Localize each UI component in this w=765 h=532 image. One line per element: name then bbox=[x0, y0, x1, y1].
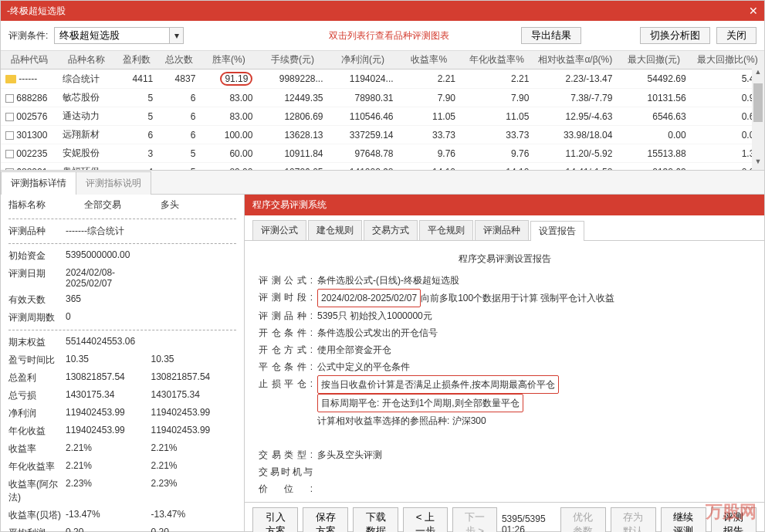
metric-row: 有效天数365 bbox=[1, 291, 244, 309]
metric-row: 总盈利130821857.54130821857.54 bbox=[1, 369, 244, 387]
col-header[interactable]: 最大回撤比(%) bbox=[691, 51, 764, 69]
metric-row: 收益率2.21%2.21% bbox=[1, 440, 244, 458]
rp-tab[interactable]: 平仓规则 bbox=[419, 220, 473, 240]
table-row[interactable]: ------综合统计4411483791.199989228...1194024… bbox=[1, 69, 764, 89]
report-line bbox=[259, 429, 750, 446]
report-line: 计算相对收益率选择的参照品种: 沪深300 bbox=[259, 412, 750, 429]
rp-tab[interactable]: 建仓规则 bbox=[308, 220, 362, 240]
report-line: 交易类型:多头及空头评测 bbox=[259, 446, 750, 463]
title-bar: -终极超短选股 ✕ bbox=[1, 1, 764, 21]
lh-long: 多头 bbox=[161, 198, 236, 212]
table-row[interactable]: 301300远翔新材66100.0013628.13337259.1433.73… bbox=[1, 126, 764, 144]
col-header[interactable]: 盈利数 bbox=[115, 51, 157, 69]
metric-row: 收益率(阿尔法)2.23%2.23% bbox=[1, 476, 244, 507]
metric-row: 评测周期数0 bbox=[1, 309, 244, 327]
table-row[interactable]: 688021奥福环保4580.0010726.05141002.9814.101… bbox=[1, 163, 764, 171]
report-line: 平仓条件:公式中定义的平仓条件 bbox=[259, 358, 750, 375]
col-header[interactable]: 总次数 bbox=[157, 51, 200, 69]
metric-row: 盈亏时间比10.3510.35 bbox=[1, 351, 244, 369]
save-button[interactable]: 保存方案 bbox=[303, 507, 348, 532]
status-text: 5395/5395 01:26 bbox=[502, 513, 551, 532]
chevron-down-icon[interactable]: ▾ bbox=[170, 27, 184, 44]
metric-row: 期末权益55144024553.06 bbox=[1, 334, 244, 351]
close-icon[interactable]: ✕ bbox=[749, 5, 758, 17]
metric-row: 总亏损1430175.341430175.34 bbox=[1, 387, 244, 405]
box-icon bbox=[5, 150, 14, 158]
rp-heading: 程序交易评测设置报告 bbox=[259, 250, 750, 267]
report-line: 评测时段:2024/02/08-2025/02/07向前多取100个数据用于计算… bbox=[259, 289, 750, 307]
metric-row: 净利润119402453.99119402453.99 bbox=[1, 405, 244, 422]
col-header[interactable]: 收益率% bbox=[398, 51, 460, 69]
switch-chart-button[interactable]: 切换分析图 bbox=[640, 27, 710, 44]
import-button[interactable]: 引入方案 bbox=[252, 507, 298, 532]
col-header[interactable]: 年化收益率% bbox=[460, 51, 533, 69]
scroll-up-icon[interactable]: ▲ bbox=[752, 68, 764, 80]
download-button[interactable]: 下载数据 bbox=[353, 507, 398, 532]
box-icon bbox=[5, 94, 14, 103]
report-button[interactable]: 评测报告 bbox=[711, 507, 757, 532]
rp-tab[interactable]: 设置报告 bbox=[530, 221, 584, 241]
box-icon bbox=[5, 113, 14, 121]
cond-label: 评测条件: bbox=[8, 29, 48, 42]
rp-title: 程序交易评测系统 bbox=[245, 195, 764, 215]
rp-tab[interactable]: 评测品种 bbox=[475, 220, 529, 240]
metric-row: 平均利润0.200.20 bbox=[1, 524, 244, 532]
metric-row: 评测品种-------综合统计 bbox=[1, 222, 244, 240]
col-header[interactable]: 相对收益率α/β(%) bbox=[533, 51, 617, 69]
report-line: 止损平仓:按当日收盘价计算是否满足止损条件,按本周期最高价平仓 bbox=[259, 375, 750, 394]
rp-tab[interactable]: 交易方式 bbox=[364, 220, 418, 240]
metric-row: 初始资金5395000000.00 bbox=[1, 247, 244, 265]
col-header[interactable]: 净利润(元) bbox=[327, 51, 398, 69]
scrollbar[interactable]: ▲ ▼ bbox=[752, 68, 764, 170]
box-icon bbox=[5, 168, 14, 171]
window-title: -终极超短选股 bbox=[7, 5, 66, 18]
metric-row: 年化收益119402453.99119402453.99 bbox=[1, 422, 244, 440]
left-panel: 指标名称 全部交易 多头 评测品种-------综合统计初始资金53950000… bbox=[1, 195, 245, 532]
close-button[interactable]: 关闭 bbox=[716, 27, 757, 44]
col-header[interactable]: 品种代码 bbox=[1, 51, 58, 69]
report-line: 交易时机与价位: bbox=[259, 463, 750, 497]
export-button[interactable]: 导出结果 bbox=[521, 27, 581, 44]
continue-button[interactable]: 继续评测 bbox=[661, 507, 706, 532]
toolbar: 评测条件: ▾ 双击列表行查看品种评测图表 导出结果 切换分析图 关闭 bbox=[1, 21, 764, 51]
optimize-button[interactable]: 优化参数 bbox=[560, 507, 606, 532]
scroll-down-icon[interactable]: ▼ bbox=[752, 158, 764, 170]
table-row[interactable]: 002576通达动力5683.0012806.69110546.4611.051… bbox=[1, 107, 764, 126]
table-row[interactable]: 688286敏芯股份5683.0012449.3578980.317.907.9… bbox=[1, 89, 764, 107]
tab-detail[interactable]: 评测指标详情 bbox=[1, 171, 76, 195]
col-header[interactable]: 胜率(%) bbox=[200, 51, 257, 69]
rp-tab[interactable]: 评测公式 bbox=[252, 220, 306, 240]
report-line: 评测公式:条件选股公式-(日线)-终极超短选股 bbox=[259, 272, 750, 289]
report-line: 评测品种:5395只 初始投入1000000元 bbox=[259, 307, 750, 324]
prev-button[interactable]: < 上一步 bbox=[403, 507, 448, 532]
lh-all: 全部交易 bbox=[84, 198, 160, 212]
right-panel: 程序交易评测系统 评测公式建仓规则交易方式平仓规则评测品种设置报告 程序交易评测… bbox=[245, 195, 764, 532]
report-line: 开仓条件:条件选股公式发出的开仓信号 bbox=[259, 324, 750, 341]
col-header[interactable]: 品种名称 bbox=[58, 51, 115, 69]
metric-row: 收益率(贝塔)-13.47%-13.47% bbox=[1, 507, 244, 524]
tab-explain[interactable]: 评测指标说明 bbox=[76, 171, 151, 195]
hint-text: 双击列表行查看品种评测图表 bbox=[329, 29, 449, 42]
metric-row: 年化收益率2.21%2.21% bbox=[1, 458, 244, 476]
report-line: 目标周期平仓: 开仓达到1个周期,则全部数量平仓 bbox=[259, 394, 750, 412]
result-grid[interactable]: 品种代码品种名称盈利数总次数胜率(%)手续费(元)净利润(元)收益率%年化收益率… bbox=[1, 51, 764, 171]
scroll-thumb[interactable] bbox=[753, 83, 763, 122]
lh-name: 指标名称 bbox=[8, 198, 84, 212]
cond-input[interactable] bbox=[54, 27, 170, 44]
box-icon bbox=[5, 131, 14, 140]
report-line: 开仓方式:使用全部资金开仓 bbox=[259, 341, 750, 358]
table-row[interactable]: 002235安妮股份3560.0010911.8497648.789.769.7… bbox=[1, 144, 764, 163]
default-button[interactable]: 存为默认 bbox=[611, 507, 656, 532]
next-button: 下一步 > bbox=[452, 507, 497, 532]
col-header[interactable]: 最大回撤(元) bbox=[617, 51, 690, 69]
folder-icon bbox=[5, 75, 16, 83]
col-header[interactable]: 手续费(元) bbox=[257, 51, 327, 69]
metric-row: 评测日期2024/02/08-2025/02/07 bbox=[1, 265, 244, 291]
